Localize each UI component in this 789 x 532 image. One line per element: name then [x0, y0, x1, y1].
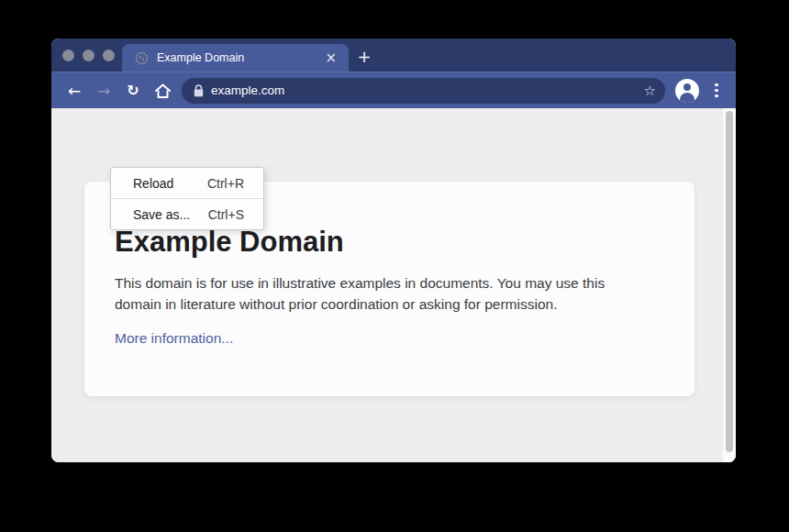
dot-icon [715, 83, 718, 87]
new-tab-button[interactable]: + [352, 45, 376, 67]
browser-menu-button[interactable] [707, 80, 726, 102]
window-minimize-button[interactable] [83, 50, 94, 61]
traffic-lights [62, 39, 115, 72]
favicon-icon [136, 52, 148, 64]
bookmark-star-icon[interactable]: ☆ [644, 83, 656, 99]
menu-item-label: Reload [133, 176, 173, 191]
page-content: Example Domain This domain is for use in… [51, 108, 736, 462]
paragraph-line: domain in literature without prior coord… [115, 294, 661, 315]
tab-title: Example Domain [157, 51, 325, 64]
lock-icon [194, 84, 204, 97]
window-zoom-button[interactable] [103, 50, 115, 61]
context-menu-item-save-as[interactable]: Save as... Ctrl+S [111, 199, 263, 229]
paragraph-line: This domain is for use in illustrative e… [115, 272, 661, 294]
titlebar: Example Domain × + [51, 39, 736, 72]
tab-example-domain[interactable]: Example Domain × [122, 44, 349, 72]
scrollbar-thumb[interactable] [726, 111, 733, 452]
menu-item-shortcut: Ctrl+R [207, 176, 244, 191]
dot-icon [715, 94, 718, 98]
reload-button[interactable]: ↻ [122, 80, 144, 102]
forward-button[interactable]: → [93, 80, 115, 102]
context-menu: Reload Ctrl+R Save as... Ctrl+S [110, 167, 264, 230]
home-button[interactable] [151, 80, 173, 102]
dot-icon [715, 89, 718, 93]
browser-window: Example Domain × + ← → ↻ [51, 39, 736, 462]
back-button[interactable]: ← [63, 80, 85, 102]
url-text: example.com [211, 83, 644, 97]
window-close-button[interactable] [62, 50, 74, 61]
desktop-background: Example Domain × + ← → ↻ [0, 0, 789, 532]
avatar-person-icon [683, 83, 691, 91]
toolbar: ← → ↻ example.com ☆ [51, 72, 736, 108]
scrollbar-track[interactable] [723, 108, 736, 462]
profile-avatar[interactable] [675, 79, 699, 103]
more-information-link[interactable]: More information... [115, 330, 233, 347]
menu-item-label: Save as... [133, 207, 190, 222]
context-menu-item-reload[interactable]: Reload Ctrl+R [111, 168, 263, 198]
menu-item-shortcut: Ctrl+S [208, 207, 244, 222]
tab-close-icon[interactable]: × [325, 51, 337, 65]
address-bar[interactable]: example.com ☆ [182, 78, 665, 104]
home-icon [154, 83, 172, 99]
page-paragraph: This domain is for use in illustrative e… [115, 272, 661, 315]
